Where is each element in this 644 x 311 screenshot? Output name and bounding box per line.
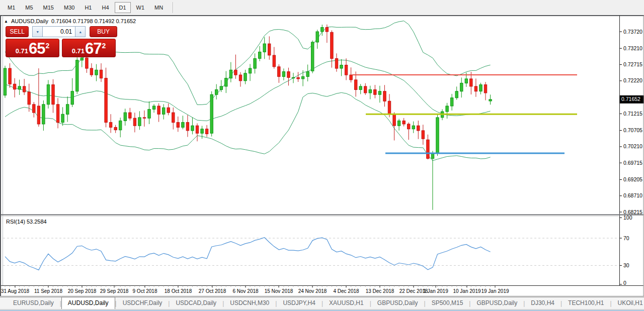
svg-text:0.72715: 0.72715 [623, 61, 642, 67]
mt4-trading-terminal: { "toolbar": { "timeframes": ["M1","M5",… [0, 0, 644, 311]
svg-text:0.71652: 0.71652 [621, 96, 640, 102]
chart-tab-dj30-10[interactable]: DJ30,H4 [525, 297, 560, 309]
svg-text:27 Oct 2018: 27 Oct 2018 [199, 288, 226, 294]
svg-text:4 Dec 2018: 4 Dec 2018 [333, 288, 359, 294]
timeframe-button-m30[interactable]: M30 [59, 2, 79, 13]
volume-input[interactable]: 0.01 [43, 26, 75, 37]
chart-tab-ukoil-12[interactable]: UKOil,H1 [612, 297, 644, 309]
svg-text:30: 30 [623, 262, 629, 268]
svg-text:29 Sep 2018: 29 Sep 2018 [100, 288, 129, 294]
chart-window: 0.737200.732100.727150.722200.717100.712… [0, 15, 644, 296]
svg-text:0.72220: 0.72220 [623, 77, 642, 83]
timeframe-toolbar: M1M5M15M30H1H4D1W1MN [0, 0, 644, 15]
arrow-up-icon: ▲ [78, 30, 82, 34]
svg-text:13 Dec 2018: 13 Dec 2018 [366, 288, 394, 294]
svg-text:11 Sep 2018: 11 Sep 2018 [34, 288, 62, 294]
chart-tab-audusd-1[interactable]: AUDUSD,Daily [61, 297, 115, 309]
svg-text:0.73720: 0.73720 [623, 29, 642, 35]
timeframe-button-h1[interactable]: H1 [80, 2, 96, 13]
timeframe-button-w1[interactable]: W1 [132, 2, 149, 13]
chart-tab-usdjpy-5[interactable]: USDJPY,H4 [277, 297, 321, 309]
svg-text:15 Nov 2018: 15 Nov 2018 [265, 288, 293, 294]
toolbar-separator [173, 2, 174, 13]
buy-button[interactable]: BUY [90, 26, 117, 37]
volume-increase-button[interactable]: ▲ [75, 26, 86, 37]
current-price-tag: 0.71652 [619, 95, 644, 103]
svg-text:31 Aug 2018: 31 Aug 2018 [1, 288, 30, 294]
svg-text:0.69715: 0.69715 [623, 160, 642, 166]
svg-text:0.69205: 0.69205 [623, 176, 642, 182]
svg-text:1 Jan 2019: 1 Jan 2019 [423, 288, 448, 294]
chart-ohlc-values: 0.71604 0.71798 0.71492 0.71652 [51, 18, 136, 24]
svg-text:9 Oct 2018: 9 Oct 2018 [133, 288, 157, 294]
svg-text:10 Jan 2019: 10 Jan 2019 [453, 288, 480, 294]
timeframe-button-h4[interactable]: H4 [97, 2, 113, 13]
svg-text:0.70705: 0.70705 [623, 127, 642, 133]
svg-text:70: 70 [623, 235, 629, 241]
svg-text:20 Sep 2018: 20 Sep 2018 [68, 288, 97, 294]
timeframe-button-mn[interactable]: MN [150, 2, 168, 13]
chart-tab-usdcnh-4[interactable]: USDCNH,M30 [224, 297, 275, 309]
chart-tab-usdchf-2[interactable]: USDCHF,Daily [117, 297, 169, 309]
svg-text:19 Jan 2019: 19 Jan 2019 [481, 288, 509, 294]
timeframe-button-m15[interactable]: M15 [39, 2, 58, 13]
svg-text:0.73210: 0.73210 [623, 45, 642, 51]
chart-tab-tech100-11[interactable]: TECH100,H1 [562, 297, 610, 309]
buy-price-panel[interactable]: 0.71 67 2 [62, 39, 116, 57]
timeframe-button-m5[interactable]: M5 [21, 2, 37, 13]
svg-text:0.68215: 0.68215 [623, 209, 642, 215]
volume-decrease-button[interactable]: ▼ [32, 26, 43, 37]
chart-tab-eurusd-0[interactable]: EURUSD,Daily [7, 297, 60, 309]
chart-symbol-period: AUDUSD,Daily [11, 18, 48, 24]
collapse-triangle-icon[interactable]: ▲ [4, 19, 8, 24]
chart-tab-xauusd-6[interactable]: XAUUSD,H1 [323, 297, 370, 309]
svg-text:18 Oct 2018: 18 Oct 2018 [165, 288, 192, 294]
sell-price-digits: 65 [29, 41, 45, 56]
svg-text:6 Nov 2018: 6 Nov 2018 [232, 288, 259, 294]
chart-title: ▲AUDUSD,Daily 0.71604 0.71798 0.71492 0.… [4, 18, 136, 24]
buy-price-prefix: 0.71 [72, 46, 85, 56]
svg-text:0: 0 [623, 280, 626, 286]
timeframe-button-m1[interactable]: M1 [3, 2, 20, 13]
window-bottom-edge [0, 309, 644, 311]
chart-tab-bar: EURUSD,Daily|AUDUSD,Daily|USDCHF,Daily|U… [0, 297, 644, 309]
sell-price-panel[interactable]: 0.71 65 2 [6, 39, 59, 57]
sell-button[interactable]: SELL [6, 26, 29, 37]
volume-stepper: ▼ 0.01 ▲ [32, 26, 86, 37]
arrow-down-icon: ▼ [36, 30, 39, 34]
svg-text:100: 100 [623, 215, 632, 221]
sell-price-superscript: 2 [46, 42, 50, 50]
chart-tab-gbpusd-7[interactable]: GBPUSD,Daily [371, 297, 424, 309]
one-click-trading-widget: SELL ▼ 0.01 ▲ BUY 0.71 65 2 0.71 67 2 [6, 26, 117, 57]
chart-tab-gbpusd-9[interactable]: GBPUSD,Daily [470, 297, 523, 309]
svg-text:0.71215: 0.71215 [623, 111, 642, 117]
svg-text:0.70210: 0.70210 [623, 143, 642, 149]
buy-price-digits: 67 [85, 41, 101, 56]
sell-price-prefix: 0.71 [16, 46, 28, 56]
svg-text:0.68710: 0.68710 [623, 192, 642, 198]
chart-tab-usdcad-3[interactable]: USDCAD,Daily [170, 297, 222, 309]
price-chart[interactable]: 0.737200.732100.727150.722200.717100.712… [0, 15, 644, 296]
svg-text:24 Nov 2018: 24 Nov 2018 [298, 288, 327, 294]
rsi-indicator-label: RSI(14) 53.2584 [6, 219, 47, 225]
timeframe-button-d1[interactable]: D1 [115, 2, 131, 13]
chart-tab-sp500-8[interactable]: SP500,M15 [426, 297, 469, 309]
buy-price-superscript: 2 [102, 42, 106, 50]
